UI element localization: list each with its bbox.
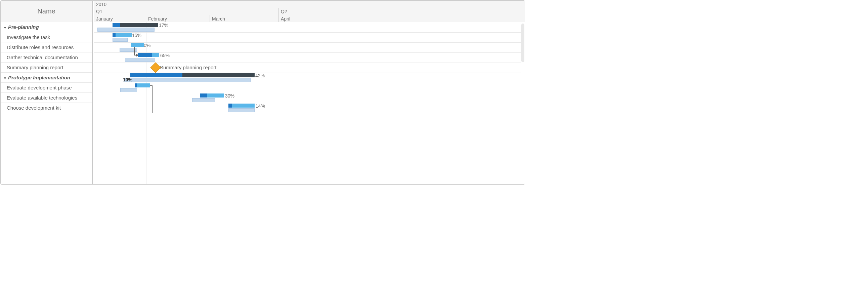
timeline-pane: 2010 Q1 Q2 January February March April (94, 1, 525, 184)
month-header: April (279, 15, 525, 22)
milestone-label: Summary planning report (160, 64, 216, 70)
progress-label: 0% (144, 43, 151, 48)
task-row[interactable]: Investigate the task (1, 32, 92, 43)
task-label: Gather technical documentation (7, 54, 78, 60)
task-label: Investigate the task (7, 34, 50, 40)
name-column-label: Name (37, 7, 55, 15)
timeline-header: 2010 Q1 Q2 January February March April (94, 1, 525, 22)
progress-label: 30% (225, 93, 235, 99)
task-label: Distribute roles and resources (7, 45, 73, 50)
chevron-down-icon[interactable]: ▼ (3, 73, 7, 83)
month-header: March (210, 15, 279, 22)
task-row[interactable]: Choose development kit (1, 103, 92, 113)
task-row[interactable]: Summary planning report (1, 62, 92, 73)
chevron-down-icon[interactable]: ▼ (3, 23, 7, 32)
task-label: Evaluate available technologies (7, 95, 77, 101)
progress-label: 10% (123, 77, 132, 82)
month-header: January (94, 15, 146, 22)
timeline-body[interactable]: 17% 15% (94, 22, 521, 184)
name-column-header[interactable]: Name (1, 1, 92, 22)
progress-label: 17% (159, 23, 168, 28)
vertical-scrollbar[interactable] (521, 24, 524, 62)
task-row-group[interactable]: ▼Pre-planning (1, 22, 92, 32)
task-row[interactable]: Evaluate available technologies (1, 93, 92, 103)
quarter-header: Q1 (94, 8, 279, 15)
task-list-pane: Name ▼Pre-planning Investigate the task … (1, 1, 93, 184)
task-label: Summary planning report (7, 64, 63, 70)
task-row[interactable]: Gather technical documentation (1, 52, 92, 62)
task-row[interactable]: Evaluate development phase (1, 83, 92, 93)
task-label: Prototype Implementation (8, 75, 70, 80)
task-label: Pre-planning (8, 24, 39, 30)
gantt-chart: Name ▼Pre-planning Investigate the task … (0, 0, 525, 185)
progress-label: 14% (256, 103, 265, 109)
progress-label: 65% (160, 53, 169, 58)
task-label: Evaluate development phase (7, 85, 71, 90)
task-label: Choose development kit (7, 105, 61, 111)
task-row[interactable]: Distribute roles and resources (1, 43, 92, 52)
month-header: February (146, 15, 210, 22)
task-row-group[interactable]: ▼Prototype Implementation (1, 73, 92, 83)
task-list: ▼Pre-planning Investigate the task Distr… (1, 22, 92, 113)
progress-label: 42% (255, 73, 265, 78)
quarter-header: Q2 (279, 8, 525, 15)
year-header: 2010 (94, 1, 525, 8)
